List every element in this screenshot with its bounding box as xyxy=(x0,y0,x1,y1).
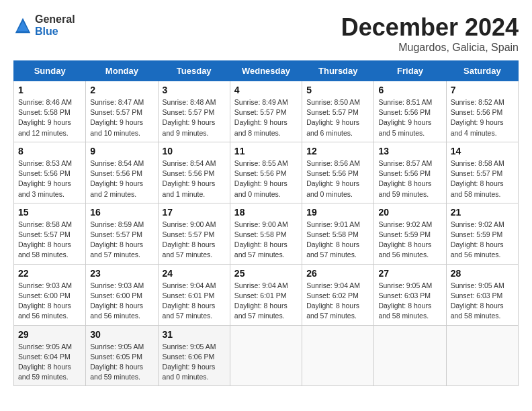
day-info: Sunrise: 9:04 AM Sunset: 6:02 PM Dayligh… xyxy=(306,281,369,322)
day-cell: 18Sunrise: 9:00 AM Sunset: 5:58 PM Dayli… xyxy=(230,203,302,264)
day-number: 30 xyxy=(90,329,153,340)
day-number: 11 xyxy=(234,146,298,156)
day-cell: 4Sunrise: 8:49 AM Sunset: 5:57 PM Daylig… xyxy=(230,81,302,142)
day-number: 2 xyxy=(90,85,153,95)
day-cell xyxy=(230,325,302,386)
week-row-2: 8Sunrise: 8:53 AM Sunset: 5:56 PM Daylig… xyxy=(14,142,519,203)
day-cell: 13Sunrise: 8:57 AM Sunset: 5:56 PM Dayli… xyxy=(374,142,446,203)
day-cell: 11Sunrise: 8:55 AM Sunset: 5:56 PM Dayli… xyxy=(230,142,302,203)
day-number: 21 xyxy=(451,207,514,218)
day-number: 9 xyxy=(90,146,153,156)
day-cell: 2Sunrise: 8:47 AM Sunset: 5:57 PM Daylig… xyxy=(86,81,158,142)
day-cell: 21Sunrise: 9:02 AM Sunset: 5:59 PM Dayli… xyxy=(446,203,518,264)
day-number: 16 xyxy=(90,207,153,218)
day-info: Sunrise: 8:50 AM Sunset: 5:57 PM Dayligh… xyxy=(306,97,369,138)
day-number: 26 xyxy=(306,268,369,279)
day-number: 5 xyxy=(306,85,369,95)
day-number: 6 xyxy=(378,85,441,95)
day-info: Sunrise: 8:58 AM Sunset: 5:57 PM Dayligh… xyxy=(18,220,81,261)
day-number: 12 xyxy=(306,146,369,156)
day-info: Sunrise: 9:00 AM Sunset: 5:57 PM Dayligh… xyxy=(163,220,226,261)
page-header: General Blue December 2024 Mugardos, Gal… xyxy=(13,13,519,54)
day-number: 25 xyxy=(234,268,298,279)
day-number: 8 xyxy=(18,146,81,156)
week-row-4: 22Sunrise: 9:03 AM Sunset: 6:00 PM Dayli… xyxy=(14,264,519,325)
day-number: 28 xyxy=(451,268,514,279)
day-info: Sunrise: 9:05 AM Sunset: 6:04 PM Dayligh… xyxy=(18,342,81,383)
day-info: Sunrise: 8:49 AM Sunset: 5:57 PM Dayligh… xyxy=(234,97,298,138)
day-cell: 22Sunrise: 9:03 AM Sunset: 6:00 PM Dayli… xyxy=(14,264,86,325)
day-cell: 26Sunrise: 9:04 AM Sunset: 6:02 PM Dayli… xyxy=(302,264,374,325)
day-cell: 14Sunrise: 8:58 AM Sunset: 5:57 PM Dayli… xyxy=(446,142,518,203)
day-number: 27 xyxy=(378,268,441,279)
day-info: Sunrise: 8:57 AM Sunset: 5:56 PM Dayligh… xyxy=(378,158,441,199)
day-info: Sunrise: 9:02 AM Sunset: 5:59 PM Dayligh… xyxy=(451,220,514,261)
day-cell: 1Sunrise: 8:46 AM Sunset: 5:58 PM Daylig… xyxy=(14,81,86,142)
day-number: 15 xyxy=(18,207,81,218)
logo-text: General Blue xyxy=(35,13,75,37)
day-info: Sunrise: 8:55 AM Sunset: 5:56 PM Dayligh… xyxy=(234,158,298,199)
day-cell xyxy=(446,325,518,386)
day-cell: 10Sunrise: 8:54 AM Sunset: 5:56 PM Dayli… xyxy=(158,142,230,203)
day-number: 19 xyxy=(306,207,369,218)
day-number: 29 xyxy=(18,329,81,340)
day-number: 23 xyxy=(90,268,153,279)
weekday-header-row: SundayMondayTuesdayWednesdayThursdayFrid… xyxy=(14,61,519,81)
day-cell: 6Sunrise: 8:51 AM Sunset: 5:56 PM Daylig… xyxy=(374,81,446,142)
day-number: 22 xyxy=(18,268,81,279)
day-number: 4 xyxy=(234,85,298,95)
weekday-header-saturday: Saturday xyxy=(446,61,518,81)
week-row-3: 15Sunrise: 8:58 AM Sunset: 5:57 PM Dayli… xyxy=(14,203,519,264)
location-title: Mugardos, Galicia, Spain xyxy=(341,42,519,54)
day-info: Sunrise: 9:03 AM Sunset: 6:00 PM Dayligh… xyxy=(90,281,153,322)
day-info: Sunrise: 9:05 AM Sunset: 6:03 PM Dayligh… xyxy=(451,281,514,322)
day-info: Sunrise: 8:56 AM Sunset: 5:56 PM Dayligh… xyxy=(306,158,369,199)
calendar-table: SundayMondayTuesdayWednesdayThursdayFrid… xyxy=(13,60,519,386)
day-cell: 28Sunrise: 9:05 AM Sunset: 6:03 PM Dayli… xyxy=(446,264,518,325)
day-info: Sunrise: 8:51 AM Sunset: 5:56 PM Dayligh… xyxy=(378,97,441,138)
day-info: Sunrise: 9:01 AM Sunset: 5:58 PM Dayligh… xyxy=(306,220,369,261)
day-cell: 25Sunrise: 9:04 AM Sunset: 6:01 PM Dayli… xyxy=(230,264,302,325)
day-info: Sunrise: 8:54 AM Sunset: 5:56 PM Dayligh… xyxy=(163,158,226,199)
day-cell: 3Sunrise: 8:48 AM Sunset: 5:57 PM Daylig… xyxy=(158,81,230,142)
weekday-header-monday: Monday xyxy=(86,61,158,81)
day-info: Sunrise: 8:58 AM Sunset: 5:57 PM Dayligh… xyxy=(451,158,514,199)
day-number: 1 xyxy=(18,85,81,95)
day-number: 31 xyxy=(163,329,226,340)
weekday-header-thursday: Thursday xyxy=(302,61,374,81)
day-info: Sunrise: 8:47 AM Sunset: 5:57 PM Dayligh… xyxy=(90,97,153,138)
day-cell: 16Sunrise: 8:59 AM Sunset: 5:57 PM Dayli… xyxy=(86,203,158,264)
day-number: 10 xyxy=(163,146,226,156)
day-info: Sunrise: 8:53 AM Sunset: 5:56 PM Dayligh… xyxy=(18,158,81,199)
day-cell: 20Sunrise: 9:02 AM Sunset: 5:59 PM Dayli… xyxy=(374,203,446,264)
day-number: 17 xyxy=(163,207,226,218)
day-info: Sunrise: 8:59 AM Sunset: 5:57 PM Dayligh… xyxy=(90,220,153,261)
day-info: Sunrise: 8:48 AM Sunset: 5:57 PM Dayligh… xyxy=(163,97,226,138)
day-number: 13 xyxy=(378,146,441,156)
day-number: 18 xyxy=(234,207,298,218)
day-cell: 19Sunrise: 9:01 AM Sunset: 5:58 PM Dayli… xyxy=(302,203,374,264)
day-info: Sunrise: 8:54 AM Sunset: 5:56 PM Dayligh… xyxy=(90,158,153,199)
day-info: Sunrise: 8:46 AM Sunset: 5:58 PM Dayligh… xyxy=(18,97,81,138)
week-row-5: 29Sunrise: 9:05 AM Sunset: 6:04 PM Dayli… xyxy=(14,325,519,386)
day-cell: 29Sunrise: 9:05 AM Sunset: 6:04 PM Dayli… xyxy=(14,325,86,386)
day-info: Sunrise: 9:00 AM Sunset: 5:58 PM Dayligh… xyxy=(234,220,298,261)
day-cell: 12Sunrise: 8:56 AM Sunset: 5:56 PM Dayli… xyxy=(302,142,374,203)
day-cell: 15Sunrise: 8:58 AM Sunset: 5:57 PM Dayli… xyxy=(14,203,86,264)
weekday-header-wednesday: Wednesday xyxy=(230,61,302,81)
month-title: December 2024 xyxy=(341,13,519,42)
day-info: Sunrise: 9:04 AM Sunset: 6:01 PM Dayligh… xyxy=(163,281,226,322)
day-info: Sunrise: 9:05 AM Sunset: 6:05 PM Dayligh… xyxy=(90,342,153,383)
day-cell: 17Sunrise: 9:00 AM Sunset: 5:57 PM Dayli… xyxy=(158,203,230,264)
weekday-header-friday: Friday xyxy=(374,61,446,81)
day-number: 7 xyxy=(451,85,514,95)
logo-general: General xyxy=(35,13,75,26)
day-info: Sunrise: 9:02 AM Sunset: 5:59 PM Dayligh… xyxy=(378,220,441,261)
day-number: 14 xyxy=(451,146,514,156)
weekday-header-sunday: Sunday xyxy=(14,61,86,81)
logo-blue: Blue xyxy=(35,26,75,38)
day-number: 20 xyxy=(378,207,441,218)
day-cell: 30Sunrise: 9:05 AM Sunset: 6:05 PM Dayli… xyxy=(86,325,158,386)
day-number: 24 xyxy=(163,268,226,279)
day-cell xyxy=(302,325,374,386)
